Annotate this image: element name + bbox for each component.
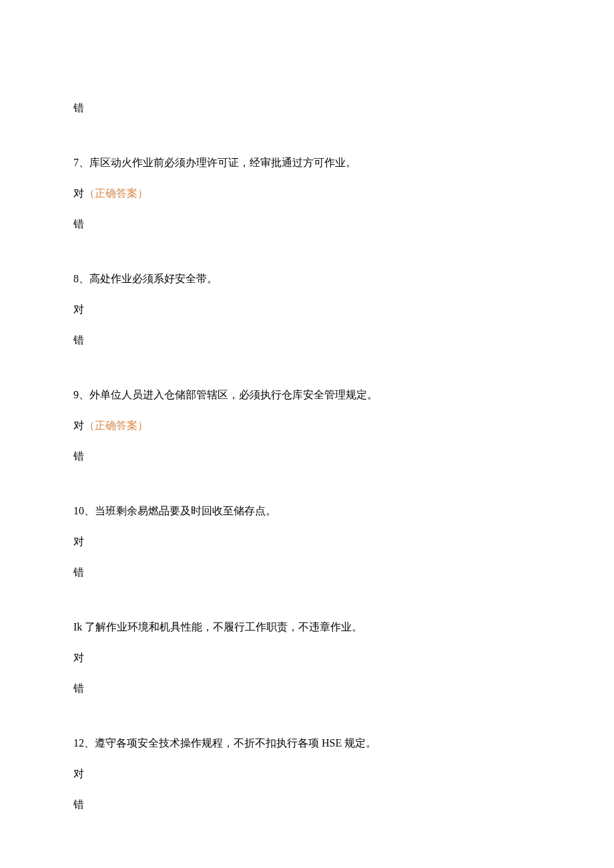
option-true: 对 [73,302,541,318]
question-stem: 10、当班剩余易燃品要及时回收至储存点。 [73,503,541,519]
question-block: 8、高处作业必须系好安全带。 对 错 [73,271,541,348]
question-block: 9、外单位人员进入仓储部管辖区，必须执行仓库安全管理规定。 对（正确答案） 错 [73,387,541,464]
option-true: 对（正确答案） [73,185,541,201]
option-true: 对 [73,534,541,550]
question-stem: 7、库区动火作业前必须办理许可证，经审批通过方可作业。 [73,155,541,171]
option-false: 错 [73,448,541,464]
option-false: 错 [73,797,541,813]
correct-answer-label: （正确答案） [84,420,148,431]
option-true: 对 [73,766,541,782]
question-block: 10、当班剩余易燃品要及时回收至储存点。 对 错 [73,503,541,580]
option-false: 错 [73,216,541,232]
question-stem: Ik 了解作业环境和机具性能，不履行工作职责，不违章作业。 [73,619,541,635]
option-false: 错 [73,332,541,348]
option-false: 错 [73,564,541,580]
correct-answer-label: （正确答案） [84,187,148,199]
option-true: 对（正确答案） [73,418,541,434]
option-true-text: 对 [73,187,84,199]
option-false: 错 [73,681,541,697]
question-block: 错 [73,100,541,116]
question-stem: 9、外单位人员进入仓储部管辖区，必须执行仓库安全管理规定。 [73,387,541,403]
question-block: 12、遵守各项安全技术操作规程，不折不扣执行各项 HSE 规定。 对 错 [73,735,541,813]
question-stem: 8、高处作业必须系好安全带。 [73,271,541,287]
document-page: 错 7、库区动火作业前必须办理许可证，经审批通过方可作业。 对（正确答案） 错 … [0,0,614,868]
question-block: Ik 了解作业环境和机具性能，不履行工作职责，不违章作业。 对 错 [73,619,541,697]
option-true-text: 对 [73,420,84,431]
question-stem: 12、遵守各项安全技术操作规程，不折不扣执行各项 HSE 规定。 [73,735,541,751]
option-true: 对 [73,650,541,666]
question-block: 7、库区动火作业前必须办理许可证，经审批通过方可作业。 对（正确答案） 错 [73,155,541,232]
option-false: 错 [73,100,541,116]
